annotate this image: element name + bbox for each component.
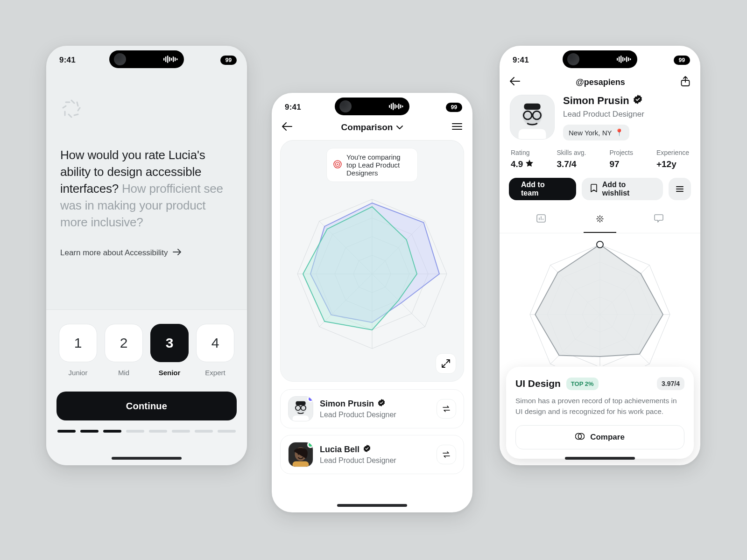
- tab-skills[interactable]: [584, 210, 616, 233]
- home-indicator: [565, 457, 635, 460]
- svg-point-42: [302, 453, 303, 455]
- rating-options: 1 Junior2 Mid3 Senior4 Expert: [56, 324, 237, 377]
- svg-marker-73: [535, 245, 663, 357]
- compare-icon: [575, 432, 585, 443]
- svg-rect-7: [176, 58, 177, 60]
- svg-rect-12: [396, 105, 397, 108]
- person-card[interactable]: Lucia Bell Lead Product Designer: [280, 435, 464, 474]
- svg-rect-35: [296, 401, 305, 406]
- star-icon: [526, 159, 533, 169]
- profile-role: Lead Product Designer: [563, 110, 644, 119]
- home-indicator: [112, 457, 182, 460]
- skill-header: UI Design TOP 2% 3.97/4: [515, 377, 684, 390]
- person-role: Lead Product Designer: [320, 411, 430, 419]
- rating-label: Expert: [205, 369, 225, 377]
- top-rank-badge: TOP 2%: [566, 378, 599, 390]
- progress-segment: [195, 430, 213, 433]
- dynamic-island: [109, 50, 184, 68]
- person-name-row: Lucia Bell: [320, 445, 430, 455]
- learn-more-link[interactable]: Learn more about Accessibility: [60, 248, 181, 258]
- status-time: 9:41: [285, 103, 301, 112]
- svg-rect-11: [395, 104, 395, 109]
- rating-sheet: 1 Junior2 Mid3 Senior4 Expert Continue: [46, 309, 247, 465]
- chat-icon: [654, 216, 663, 224]
- svg-rect-3: [169, 57, 170, 62]
- battery-level: 99: [674, 56, 690, 65]
- skill-score: 3.97/4: [657, 377, 684, 390]
- svg-rect-14: [400, 105, 401, 108]
- bookmark-icon: [590, 184, 598, 194]
- rating-option-4[interactable]: 4 Expert: [196, 324, 235, 377]
- svg-rect-58: [519, 129, 546, 139]
- avatar: [510, 95, 555, 140]
- battery-level: 99: [220, 56, 237, 65]
- phone-comparison: 9:41 99 Comparison: [272, 93, 472, 512]
- profile-radar: [508, 235, 692, 347]
- svg-rect-1: [165, 56, 166, 62]
- person-name-row: Simon Prusin: [320, 399, 430, 409]
- phone-rating: 9:41 99 How would you rate Lucia's abili…: [46, 46, 247, 465]
- compare-button[interactable]: Compare: [515, 425, 684, 449]
- swap-button[interactable]: [437, 445, 456, 464]
- nav-bar: @pesapiens: [500, 70, 700, 90]
- stat-value: 97: [609, 159, 633, 169]
- chevron-down-icon: [396, 122, 403, 133]
- svg-rect-49: [626, 56, 627, 62]
- page-title-label: Comparison: [341, 122, 393, 133]
- radar-chart: [281, 140, 464, 381]
- progress-segment: [126, 430, 144, 433]
- share-button[interactable]: [681, 76, 690, 88]
- location-chip[interactable]: New York, NY 📍: [563, 125, 629, 140]
- verified-badge-icon: [363, 445, 371, 455]
- add-to-wishlist-button[interactable]: Add to wishlist: [582, 178, 663, 200]
- tab-stats[interactable]: [525, 210, 557, 233]
- svg-rect-44: [617, 58, 618, 61]
- rating-label: Mid: [118, 369, 129, 377]
- svg-rect-38: [293, 415, 309, 421]
- progress-segment: [103, 430, 121, 433]
- rating-option-3[interactable]: 3 Senior: [150, 324, 189, 377]
- svg-rect-55: [524, 104, 540, 110]
- svg-rect-48: [624, 58, 625, 61]
- nav-bar: Comparison: [272, 118, 472, 135]
- rating-option-1[interactable]: 1 Junior: [58, 324, 98, 377]
- status-bar: 9:41 99: [46, 46, 247, 70]
- wishlist-label: Add to wishlist: [602, 181, 655, 197]
- continue-button[interactable]: Continue: [56, 392, 237, 420]
- stat-key: Projects: [609, 149, 633, 156]
- status-bar: 9:41 99: [500, 46, 700, 70]
- svg-rect-5: [173, 56, 174, 62]
- svg-rect-0: [163, 58, 164, 61]
- stat-rating: Rating4.9: [511, 149, 533, 169]
- back-button[interactable]: [510, 77, 520, 87]
- waveform-icon: [163, 55, 179, 63]
- svg-rect-47: [622, 57, 623, 62]
- rating-option-2[interactable]: 2 Mid: [104, 324, 143, 377]
- home-indicator: [337, 504, 407, 507]
- add-to-team-label: Add to team: [521, 181, 564, 197]
- svg-rect-10: [393, 103, 394, 110]
- skill-description: Simon has a proven record of top achieve…: [515, 396, 684, 417]
- add-to-team-button[interactable]: Add to team: [509, 178, 576, 200]
- page-title[interactable]: Comparison: [341, 122, 403, 133]
- swap-button[interactable]: [437, 399, 456, 419]
- svg-rect-45: [619, 56, 620, 62]
- person-card[interactable]: Simon Prusin Lead Product Designer: [280, 389, 464, 428]
- profile-name-row: Simon Prusin: [563, 95, 644, 107]
- radar-panel: You're comparing top Lead Product Design…: [280, 140, 464, 382]
- more-button[interactable]: [669, 178, 691, 200]
- status-battery: 99: [674, 56, 690, 65]
- svg-point-74: [597, 241, 603, 248]
- expand-button[interactable]: [436, 353, 456, 374]
- back-button[interactable]: [282, 122, 292, 133]
- skill-card: UI Design TOP 2% 3.97/4 Simon has a prov…: [506, 367, 694, 459]
- rating-number: 1: [59, 324, 97, 362]
- sparkle-icon: [595, 217, 605, 225]
- arrow-right-icon: [173, 248, 181, 258]
- menu-button[interactable]: [452, 123, 462, 132]
- svg-rect-43: [293, 461, 309, 467]
- profile-stats: Rating4.9Skills avg.3.7/4Projects97Exper…: [500, 140, 700, 169]
- waveform-icon: [617, 55, 633, 63]
- person-role: Lead Product Designer: [320, 456, 430, 465]
- tab-reviews[interactable]: [643, 210, 675, 233]
